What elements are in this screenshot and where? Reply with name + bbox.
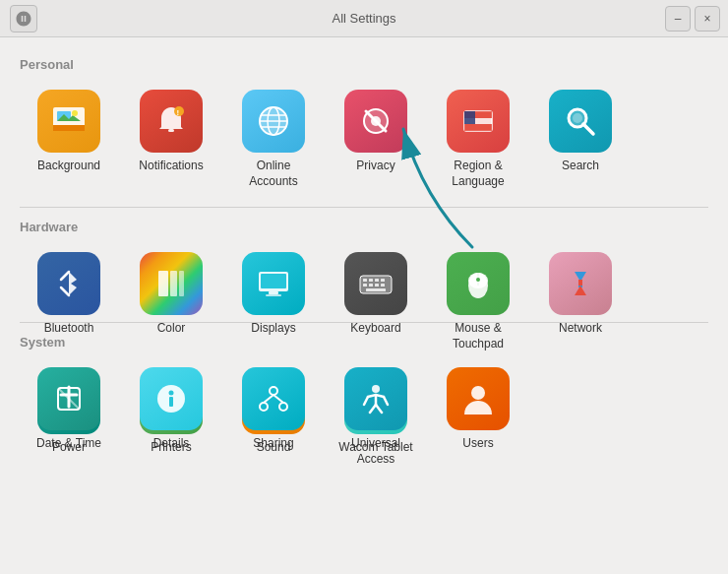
keyboard-label: Keyboard [350,321,400,337]
svg-line-84 [273,395,283,403]
svg-rect-41 [363,279,367,282]
region-language-label: Region &Language [452,159,504,189]
svg-rect-44 [381,279,385,282]
region-language-item[interactable]: Region &Language [429,82,527,197]
svg-point-80 [270,387,277,395]
privacy-label: Privacy [356,159,394,174]
network-item[interactable]: Network [531,244,630,359]
svg-point-31 [573,113,582,123]
svg-rect-10 [168,129,174,132]
system-icons-grid: Date & Time Details [20,359,708,475]
online-accounts-icon [242,90,305,153]
svg-line-87 [384,397,388,405]
network-icon [549,252,612,315]
personal-section-label: Personal [20,57,708,72]
svg-rect-38 [266,294,281,296]
universal-access-icon [344,367,407,430]
search-label: Search [562,159,599,174]
online-accounts-label: OnlineAccounts [249,159,297,189]
sharing-item[interactable]: Sharing [224,359,323,475]
minimize-button[interactable]: – [665,6,691,32]
svg-marker-56 [575,286,586,295]
svg-line-89 [370,405,376,413]
titlebar-controls: – × [665,6,720,32]
settings-content: Personal Background [0,37,728,574]
svg-rect-48 [381,284,385,287]
mouse-touchpad-label: Mouse &Touchpad [453,321,504,351]
svg-rect-57 [578,280,582,286]
users-item[interactable]: Users [429,359,527,475]
svg-text:!: ! [177,108,180,117]
color-icon [140,252,203,315]
background-item[interactable]: Background [20,82,118,197]
notifications-item[interactable]: ! Notifications [122,82,220,197]
svg-line-86 [364,397,368,405]
svg-rect-37 [269,291,278,294]
svg-rect-32 [158,271,168,296]
search-icon [549,90,612,153]
date-time-label: Date & Time [36,436,101,452]
background-label: Background [37,159,100,174]
titlebar-title: All Settings [332,11,395,26]
displays-item[interactable]: Displays [224,244,323,359]
universal-access-item[interactable]: UniversalAccess [327,359,425,475]
svg-rect-49 [366,288,386,291]
sharing-icon [242,367,305,430]
displays-label: Displays [251,321,295,337]
svg-point-53 [476,278,480,282]
sharing-label: Sharing [253,436,293,452]
details-label: Details [153,436,190,452]
online-accounts-item[interactable]: OnlineAccounts [224,82,323,197]
svg-point-78 [169,390,174,395]
svg-rect-6 [53,125,85,131]
svg-line-83 [264,395,273,403]
svg-line-90 [376,405,382,413]
search-item[interactable]: Search [531,82,630,197]
personal-icons-grid: Background ! Notifications [20,82,708,197]
mouse-touchpad-item[interactable]: Mouse &Touchpad [429,244,527,359]
svg-line-30 [583,124,593,134]
displays-icon [242,252,305,315]
window: All Settings – × Personal Background [0,0,728,574]
privacy-icon [344,90,407,153]
color-item[interactable]: Color [122,244,220,359]
svg-point-9 [72,110,78,116]
svg-rect-79 [169,397,173,407]
svg-rect-42 [369,279,373,282]
svg-rect-26 [464,124,492,131]
bluetooth-icon [37,252,100,315]
svg-rect-27 [464,111,475,124]
notifications-icon: ! [140,90,203,153]
svg-rect-33 [170,271,177,296]
svg-rect-46 [369,284,373,287]
svg-rect-36 [261,274,286,288]
users-icon [447,367,510,430]
keyboard-item[interactable]: Keyboard [327,244,425,359]
datetime-icon [37,367,100,430]
close-button[interactable]: × [695,6,720,32]
color-label: Color [157,321,186,337]
svg-point-82 [279,403,287,411]
date-time-item[interactable]: Date & Time [20,359,118,475]
background-icon [37,90,100,153]
svg-point-81 [260,403,268,411]
region-icon [447,90,510,153]
network-label: Network [559,321,602,337]
mouse-icon [447,252,510,315]
notifications-label: Notifications [139,159,203,174]
svg-point-91 [471,386,485,400]
details-item[interactable]: Details [122,359,220,475]
svg-point-85 [372,385,380,393]
svg-rect-34 [179,271,184,296]
titlebar: All Settings – × [0,0,728,37]
svg-rect-43 [375,279,379,282]
details-icon [140,367,203,430]
users-label: Users [462,436,493,452]
titlebar-icon [10,5,37,32]
privacy-item[interactable]: Privacy [327,82,425,197]
universal-access-label: UniversalAccess [351,436,400,467]
svg-rect-45 [363,284,367,287]
keyboard-icon [344,252,407,315]
svg-rect-47 [375,284,379,287]
